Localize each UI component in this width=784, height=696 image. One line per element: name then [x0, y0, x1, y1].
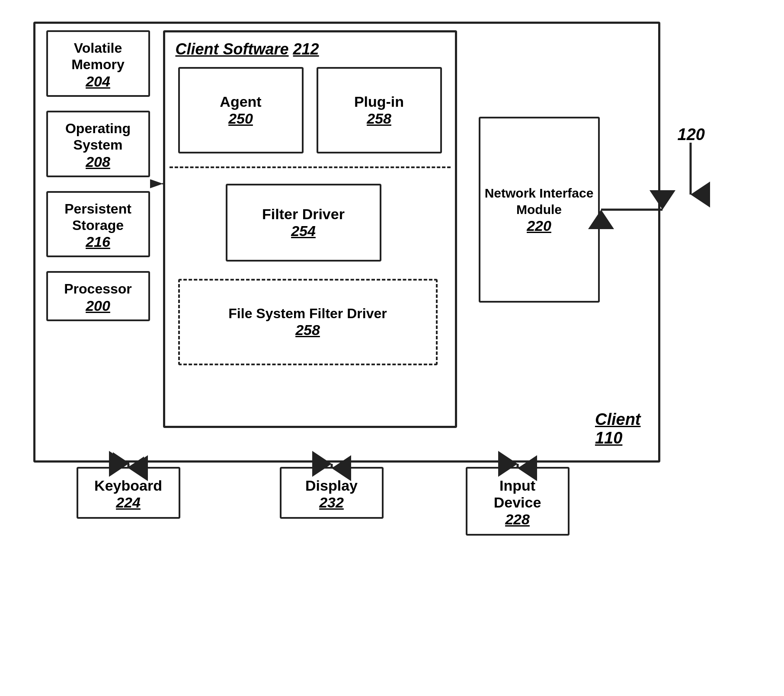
filter-driver-num: 254: [291, 223, 316, 239]
processor-num: 200: [57, 297, 140, 314]
volatile-memory-title: Volatile Memory: [57, 40, 140, 73]
display-box: Display 232: [280, 467, 384, 519]
keyboard-num: 224: [87, 494, 170, 511]
plugin-num: 258: [367, 110, 391, 127]
persistent-storage-box: Persistent Storage 216: [46, 191, 150, 258]
keyboard-title: Keyboard: [87, 477, 170, 494]
nim-title: Network Interface Module: [480, 185, 598, 217]
agent-num: 250: [228, 110, 253, 127]
client-title: Client: [595, 410, 641, 428]
agent-box: Agent 250: [178, 67, 304, 153]
dashed-divider: [170, 166, 451, 168]
operating-system-title: Operating System: [57, 120, 140, 153]
input-device-col: Input Device 228: [466, 467, 570, 536]
keyboard-box: Keyboard 224: [77, 467, 180, 519]
left-column: Volatile Memory 204 Operating System 208…: [46, 30, 150, 321]
input-device-num: 228: [476, 511, 559, 528]
client-software-box: Client Software 212 Agent 250 Plug-in 25…: [163, 30, 457, 428]
client-num: 110: [595, 429, 622, 447]
persistent-storage-num: 216: [57, 233, 140, 250]
volatile-memory-box: Volatile Memory 204: [46, 30, 150, 97]
fs-filter-title: File System Filter Driver: [228, 306, 387, 322]
keyboard-col: Keyboard 224: [77, 467, 180, 519]
client-label: Client 110: [595, 410, 641, 447]
client-software-title: Client Software 212: [176, 40, 319, 58]
fs-filter-num: 258: [295, 322, 320, 338]
operating-system-num: 208: [57, 153, 140, 170]
volatile-memory-num: 204: [57, 73, 140, 90]
processor-title: Processor: [57, 281, 140, 297]
persistent-storage-title: Persistent Storage: [57, 201, 140, 234]
diagram: Client 110 Volatile Memory 204 Operating…: [25, 13, 760, 683]
network-num-label: 120: [678, 125, 705, 144]
plugin-box: Plug-in 258: [317, 67, 442, 153]
display-title: Display: [290, 477, 373, 494]
nim-num: 220: [527, 217, 551, 234]
plugin-title: Plug-in: [354, 93, 404, 110]
filter-driver-title: Filter Driver: [262, 206, 345, 223]
display-col: Display 232: [280, 467, 384, 519]
input-device-title: Input Device: [476, 477, 559, 511]
processor-box: Processor 200: [46, 271, 150, 321]
input-device-box: Input Device 228: [466, 467, 570, 536]
display-num: 232: [290, 494, 373, 511]
filter-driver-box: Filter Driver 254: [226, 184, 381, 262]
operating-system-box: Operating System 208: [46, 111, 150, 177]
nim-box: Network Interface Module 220: [479, 117, 600, 303]
agent-title: Agent: [220, 93, 261, 110]
fs-filter-box: File System Filter Driver 258: [178, 279, 438, 365]
agent-plugin-row: Agent 250 Plug-in 258: [178, 67, 442, 153]
